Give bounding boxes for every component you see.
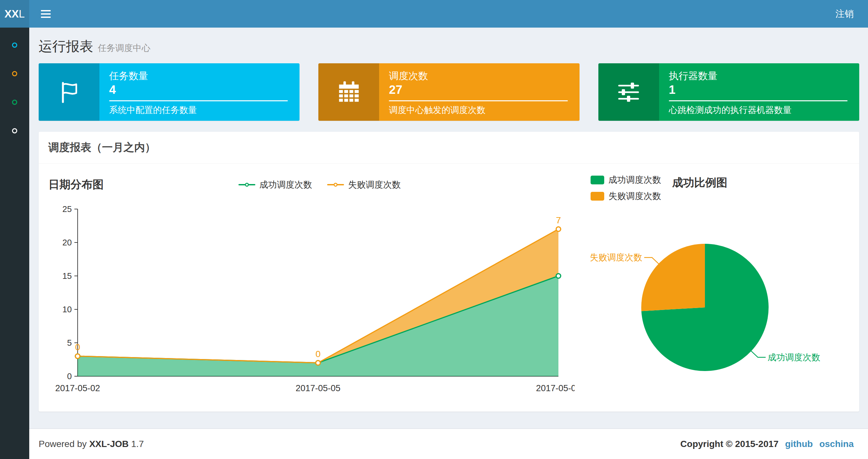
stat-content: 任务数量 4 系统中配置的任务数量 — [99, 63, 300, 121]
stats-row: 任务数量 4 系统中配置的任务数量 — [39, 63, 859, 121]
powered-prefix: Powered by — [39, 439, 87, 449]
legend-item-success[interactable]: 成功调度次数 — [239, 179, 312, 191]
legend-line-marker — [327, 184, 344, 185]
divider — [109, 100, 288, 101]
legend-item-success[interactable]: 成功调度次数 — [591, 174, 661, 186]
svg-text:2017-05-02: 2017-05-02 — [55, 383, 100, 393]
sidebar — [0, 28, 29, 459]
logo-text-bold: XX — [4, 8, 19, 20]
stat-value: 4 — [109, 83, 288, 97]
circle-icon — [12, 42, 17, 48]
stat-value: 27 — [389, 83, 567, 97]
stat-description: 调度中心触发的调度次数 — [389, 104, 567, 116]
report-panel: 调度报表（一月之内） 日期分布图 成功调度次数 — [39, 132, 859, 412]
svg-text:10: 10 — [62, 304, 72, 314]
page-subtitle: 任务调度中心 — [98, 43, 150, 53]
stat-description: 心跳检测成功的执行器机器数量 — [669, 104, 847, 116]
legend-circle-marker — [245, 183, 249, 187]
divider — [389, 100, 567, 101]
oschina-link[interactable]: oschina — [819, 439, 854, 449]
sidebar-item-glue[interactable] — [0, 117, 29, 145]
legend-label: 成功调度次数 — [609, 174, 661, 186]
powered-by-text: Powered by XXL-JOB 1.7 — [39, 439, 144, 449]
stat-label: 任务数量 — [109, 70, 288, 82]
calendar-icon — [318, 63, 379, 121]
sidebar-toggle-button[interactable] — [29, 0, 62, 28]
line-chart-legend: 成功调度次数 失败调度次数 — [239, 179, 401, 191]
pie-chart-title-wrap: 成功比例图 — [672, 173, 727, 190]
pie-chart-legend: 成功调度次数 失败调度次数 — [591, 173, 661, 202]
stat-box-job-count: 任务数量 4 系统中配置的任务数量 — [39, 63, 300, 121]
legend-line-marker — [239, 184, 255, 185]
svg-text:7: 7 — [556, 215, 561, 225]
content-header: 运行报表任务调度中心 — [29, 28, 868, 56]
circle-icon — [12, 128, 17, 133]
report-panel-title: 调度报表（一月之内） — [49, 141, 156, 153]
stat-label: 执行器数量 — [669, 70, 847, 82]
report-panel-header: 调度报表（一月之内） — [39, 132, 859, 164]
legend-label: 失败调度次数 — [609, 190, 661, 202]
logout-button[interactable]: 注销 — [821, 0, 868, 28]
svg-text:成功调度次数: 成功调度次数 — [768, 353, 820, 362]
footer-right: Copyright © 2015-2017 github oschina — [680, 439, 854, 449]
success-ratio-chart-block: 成功调度次数 失败调度次数 成功比例图 成功调度次数失败调度次数 — [591, 173, 850, 399]
sidebar-item-jobs[interactable] — [0, 59, 29, 88]
report-panel-body: 日期分布图 成功调度次数 失败调度次数 — [39, 164, 859, 412]
date-distribution-area-chart: 05101520252017-05-022017-05-052017-05-08… — [49, 196, 575, 397]
page-title: 运行报表 — [39, 39, 93, 54]
svg-text:25: 25 — [62, 204, 72, 214]
top-navbar: XXL 注销 — [0, 0, 868, 28]
copyright-text: Copyright © 2015-2017 — [680, 439, 778, 449]
svg-text:15: 15 — [62, 271, 72, 281]
stat-description: 系统中配置的任务数量 — [109, 104, 288, 116]
legend-swatch — [591, 175, 604, 185]
legend-label: 失败调度次数 — [348, 179, 401, 191]
github-link[interactable]: github — [785, 439, 813, 449]
legend-swatch — [591, 192, 604, 201]
success-ratio-pie-chart: 成功调度次数失败调度次数 — [591, 204, 850, 386]
app-logo[interactable]: XXL — [0, 0, 29, 28]
line-chart-header: 日期分布图 成功调度次数 失败调度次数 — [49, 173, 591, 196]
hamburger-icon — [41, 10, 51, 18]
divider — [669, 100, 847, 101]
page-footer: Powered by XXL-JOB 1.7 Copyright © 2015-… — [29, 428, 868, 459]
sidebar-item-dashboard[interactable] — [0, 31, 29, 59]
svg-text:5: 5 — [67, 338, 72, 348]
svg-text:20: 20 — [62, 238, 72, 248]
stat-box-executor-count: 执行器数量 1 心跳检测成功的执行器机器数量 — [598, 63, 859, 121]
sliders-icon — [598, 63, 659, 121]
app-version: 1.7 — [131, 439, 144, 449]
svg-text:2017-05-05: 2017-05-05 — [296, 383, 340, 393]
stat-box-trigger-count: 调度次数 27 调度中心触发的调度次数 — [318, 63, 579, 121]
sidebar-item-logs[interactable] — [0, 88, 29, 117]
circle-icon — [12, 100, 17, 105]
flag-icon — [39, 63, 99, 121]
legend-label: 成功调度次数 — [259, 179, 312, 191]
date-distribution-chart-block: 日期分布图 成功调度次数 失败调度次数 — [49, 173, 591, 399]
logo-text-light: L — [19, 8, 25, 20]
svg-text:0: 0 — [67, 371, 72, 381]
stat-content: 调度次数 27 调度中心触发的调度次数 — [379, 63, 579, 121]
legend-item-fail[interactable]: 失败调度次数 — [327, 179, 401, 191]
pie-slice — [641, 244, 705, 311]
line-chart-title: 日期分布图 — [49, 177, 104, 192]
svg-text:失败调度次数: 失败调度次数 — [591, 253, 642, 262]
pie-chart-header: 成功调度次数 失败调度次数 成功比例图 — [591, 173, 850, 204]
main-content: 运行报表任务调度中心 任务数量 4 系统中配置的任务数量 — [29, 28, 868, 428]
svg-text:0: 0 — [315, 349, 321, 359]
legend-circle-marker — [334, 183, 338, 187]
pie-chart-title: 成功比例图 — [672, 176, 727, 189]
stat-value: 1 — [669, 83, 847, 97]
svg-text:2017-05-08: 2017-05-08 — [536, 383, 575, 393]
stat-content: 执行器数量 1 心跳检测成功的执行器机器数量 — [659, 63, 859, 121]
app-name: XXL-JOB — [89, 439, 129, 449]
svg-text:0: 0 — [75, 342, 80, 352]
legend-item-fail[interactable]: 失败调度次数 — [591, 190, 661, 202]
stat-label: 调度次数 — [389, 70, 567, 82]
circle-icon — [12, 71, 17, 76]
